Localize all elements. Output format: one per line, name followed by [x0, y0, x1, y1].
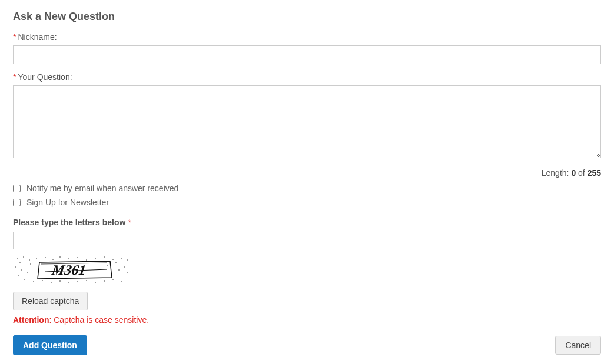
svg-point-26 [86, 280, 87, 281]
svg-point-13 [112, 259, 114, 260]
required-mark-icon: * [13, 32, 16, 42]
svg-point-19 [24, 279, 25, 280]
svg-point-32 [127, 272, 128, 273]
add-question-button[interactable]: Add Question [13, 335, 87, 355]
svg-point-4 [36, 258, 37, 259]
nickname-input[interactable] [13, 45, 601, 64]
svg-point-11 [95, 258, 96, 259]
svg-point-24 [68, 282, 69, 283]
question-label-text: Your Question: [18, 72, 72, 82]
button-row: Add Question Cancel [13, 335, 601, 355]
svg-point-20 [33, 281, 34, 282]
svg-point-15 [127, 259, 128, 261]
svg-point-12 [104, 256, 105, 258]
svg-point-2 [23, 256, 24, 258]
svg-point-7 [59, 256, 61, 258]
nickname-label-text: Nickname: [18, 32, 57, 42]
svg-point-3 [29, 259, 30, 261]
length-current: 0 [571, 168, 576, 178]
captcha-attention: Attention: Captcha is case sensitive. [13, 315, 601, 325]
svg-point-36 [107, 265, 108, 266]
notify-label[interactable]: Notify me by email when answer received [26, 183, 178, 193]
required-mark-icon: * [13, 72, 16, 82]
question-textarea[interactable] [13, 85, 601, 158]
captcha-text: M361 [51, 262, 87, 278]
svg-point-5 [45, 257, 46, 258]
reload-captcha-button[interactable]: Reload captcha [13, 292, 88, 310]
cancel-button[interactable]: Cancel [555, 336, 601, 355]
svg-point-37 [115, 262, 117, 263]
svg-point-23 [59, 280, 61, 282]
length-counter: Length: 0 of 255 [13, 168, 601, 178]
svg-point-27 [95, 282, 96, 283]
svg-point-21 [42, 280, 43, 281]
nickname-field-group: *Nickname: [13, 32, 601, 64]
svg-point-29 [112, 279, 114, 280]
svg-point-14 [121, 258, 122, 259]
svg-point-1 [17, 258, 18, 259]
captcha-section: Please type the letters below* [13, 218, 601, 325]
question-field-group: *Your Question: [13, 72, 601, 160]
svg-point-16 [15, 266, 16, 268]
length-of: of [576, 168, 587, 178]
length-prefix: Length: [542, 168, 572, 178]
svg-point-30 [121, 281, 122, 282]
svg-point-28 [104, 280, 105, 282]
notify-checkbox-row: Notify me by email when answer received [13, 183, 601, 193]
svg-point-9 [77, 257, 78, 258]
captcha-svg: M361 [13, 255, 131, 285]
svg-point-17 [21, 269, 22, 271]
svg-point-38 [19, 262, 21, 263]
captcha-image: M361 [13, 255, 131, 285]
svg-point-22 [51, 282, 52, 283]
required-mark-icon: * [128, 218, 131, 227]
svg-point-33 [118, 269, 120, 271]
newsletter-label[interactable]: Sign Up for Newsletter [26, 198, 109, 207]
svg-point-10 [86, 259, 87, 261]
form-title: Ask a New Question [13, 11, 601, 23]
captcha-label: Please type the letters below [13, 218, 125, 227]
svg-point-18 [18, 275, 19, 276]
captcha-input[interactable] [13, 232, 201, 249]
question-label: *Your Question: [13, 72, 601, 82]
svg-point-8 [68, 258, 69, 259]
attention-bold: Attention [13, 315, 49, 325]
svg-point-39 [27, 272, 28, 273]
newsletter-checkbox-row: Sign Up for Newsletter [13, 198, 601, 207]
svg-point-25 [77, 281, 78, 282]
length-max: 255 [588, 168, 601, 178]
notify-checkbox[interactable] [13, 185, 21, 192]
svg-point-31 [124, 266, 125, 268]
attention-rest: : Captcha is case sensitive. [49, 315, 149, 325]
newsletter-checkbox[interactable] [13, 199, 21, 206]
svg-point-34 [30, 263, 31, 265]
svg-point-6 [52, 259, 54, 260]
nickname-label: *Nickname: [13, 32, 601, 42]
